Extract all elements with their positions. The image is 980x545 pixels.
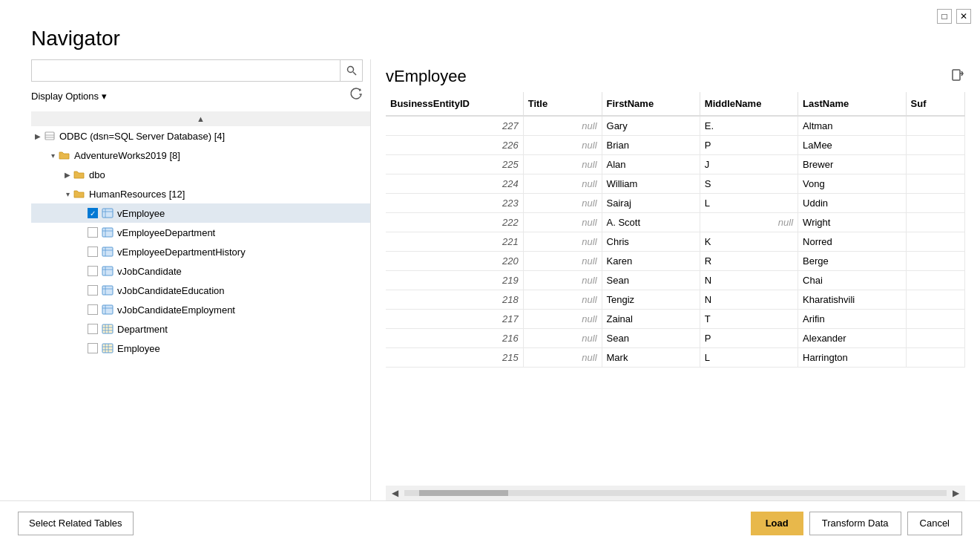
tree-label-humanresources: HumanResources [12]: [89, 189, 185, 200]
cell-middlename: R: [700, 252, 798, 271]
cell-suf: [906, 329, 964, 348]
tree-item-vjobcandidateeducation[interactable]: vJobCandidateEducation: [31, 281, 370, 300]
cell-suf: [906, 348, 964, 368]
tree-toggle-dbo[interactable]: ▶: [62, 169, 73, 180]
transform-data-button[interactable]: Transform Data: [809, 512, 901, 535]
svg-rect-17: [102, 286, 113, 295]
cell-firstname: Sean: [602, 271, 700, 290]
tree-item-vjobcandidate[interactable]: vJobCandidate: [31, 261, 370, 281]
tree-item-dbo[interactable]: ▶dbo: [31, 165, 370, 184]
cell-businessentityid: 225: [386, 155, 523, 174]
cell-firstname: Karen: [602, 252, 700, 271]
cell-businessentityid: 218: [386, 290, 523, 310]
cell-businessentityid: 217: [386, 310, 523, 329]
tree-checkbox-vemployeedepartmenthistory[interactable]: [88, 247, 98, 257]
cell-lastname: Arifin: [798, 310, 907, 329]
tree-toggle-adventureworks[interactable]: ▾: [47, 150, 58, 160]
tree-checkbox-department[interactable]: [88, 324, 98, 334]
search-icon: [346, 65, 357, 76]
tree-item-adventureworks[interactable]: ▾AdventureWorks2019 [8]: [31, 146, 370, 165]
tree-item-vjobcandidateemployment[interactable]: vJobCandidateEmployment: [31, 300, 370, 319]
cell-lastname: Harrington: [798, 348, 907, 368]
hscroll-thumb[interactable]: [419, 490, 508, 496]
tree-scroll-up[interactable]: ▲: [31, 111, 370, 126]
search-button[interactable]: [341, 59, 363, 82]
right-panel: vEmployee BusinessEntityIDTitleFirstName…: [371, 59, 980, 500]
preview-title: vEmployee: [386, 67, 467, 86]
tree-checkbox-vjobcandidate[interactable]: [88, 266, 98, 276]
cell-businessentityid: 223: [386, 194, 523, 213]
minimize-button[interactable]: □: [937, 9, 952, 24]
hscroll-left-button[interactable]: ◀: [389, 488, 401, 498]
tree-checkbox-vjobcandidateeducation[interactable]: [88, 285, 98, 296]
svg-rect-20: [102, 305, 113, 314]
tree-toggle-humanresources[interactable]: ▾: [62, 189, 73, 199]
tree-checkbox-vemployeedepartment[interactable]: [88, 227, 98, 238]
folder-icon: [73, 168, 86, 181]
view-icon: [101, 245, 114, 258]
tree-toggle-odbc[interactable]: ▶: [33, 131, 43, 141]
table-row: 227nullGaryE.Altman: [386, 116, 965, 136]
table-row: 224nullWilliamSVong: [386, 174, 965, 194]
horizontal-scrollbar[interactable]: ◀ ▶: [386, 486, 965, 500]
tree-label-vemployee: vEmployee: [117, 208, 165, 219]
view-icon: [101, 303, 114, 316]
cell-lastname: Brewer: [798, 155, 907, 174]
tree-label-department: Department: [117, 324, 168, 335]
tree-item-employee[interactable]: Employee: [31, 339, 370, 358]
tree-checkbox-employee[interactable]: [88, 343, 98, 353]
hscroll-right-button[interactable]: ▶: [950, 488, 962, 498]
close-button[interactable]: ✕: [956, 9, 971, 24]
cell-middlename: N: [700, 290, 798, 310]
cancel-button[interactable]: Cancel: [907, 512, 962, 535]
content-area: Display Options ▾ ▲ ▶ODBC (dsn=SQL Serve…: [0, 59, 980, 500]
tree-toggle-vemployee: [77, 208, 88, 218]
tree-checkbox-vjobcandidateemployment[interactable]: [88, 304, 98, 315]
tree-item-odbc[interactable]: ▶ODBC (dsn=SQL Server Database) [4]: [31, 126, 370, 146]
display-options-button[interactable]: Display Options ▾: [31, 91, 107, 102]
tree-item-humanresources[interactable]: ▾HumanResources [12]: [31, 184, 370, 203]
tree-label-adventureworks: AdventureWorks2019 [8]: [74, 150, 180, 161]
table-row: 218nullTengizNKharatishvili: [386, 290, 965, 310]
tree-label-odbc: ODBC (dsn=SQL Server Database) [4]: [59, 131, 225, 142]
view-icon: [101, 264, 114, 278]
tree-checkbox-vemployee[interactable]: ✓: [88, 208, 98, 218]
cell-title: null: [523, 213, 602, 232]
cell-middlename: null: [700, 213, 798, 232]
load-button[interactable]: Load: [751, 512, 803, 535]
search-input[interactable]: [31, 59, 341, 82]
cell-businessentityid: 221: [386, 232, 523, 252]
search-row: [31, 59, 370, 82]
refresh-button[interactable]: [349, 88, 363, 104]
tree-toggle-vjobcandidateemployment: [77, 304, 88, 315]
export-icon: [950, 68, 965, 82]
tree-label-vjobcandidateeducation: vJobCandidateEducation: [117, 285, 225, 296]
cell-lastname: Chai: [798, 271, 907, 290]
folder-icon: [58, 149, 71, 162]
tree-label-vjobcandidate: vJobCandidate: [117, 266, 182, 277]
cell-firstname: Sean: [602, 329, 700, 348]
svg-rect-28: [102, 344, 113, 353]
view-icon: [101, 206, 114, 220]
cell-firstname: Tengiz: [602, 290, 700, 310]
cell-title: null: [523, 252, 602, 271]
bottom-right-buttons: Load Transform Data Cancel: [751, 512, 962, 535]
tree-label-dbo: dbo: [89, 169, 105, 180]
cell-title: null: [523, 232, 602, 252]
cell-businessentityid: 227: [386, 116, 523, 136]
table-container: BusinessEntityIDTitleFirstNameMiddleName…: [386, 92, 965, 500]
tree-item-vemployeedepartment[interactable]: vEmployeeDepartment: [31, 223, 370, 242]
tree-item-vemployee[interactable]: ✓vEmployee: [31, 203, 370, 223]
preview-export-button[interactable]: [950, 68, 965, 86]
table-row: 215nullMarkLHarrington: [386, 348, 965, 368]
tree-toggle-employee: [77, 343, 88, 353]
cell-middlename: L: [700, 194, 798, 213]
cell-lastname: Altman: [798, 116, 907, 136]
tree-item-department[interactable]: Department: [31, 319, 370, 339]
select-related-button[interactable]: Select Related Tables: [18, 512, 134, 535]
col-header-firstname: FirstName: [602, 92, 700, 116]
tree-item-vemployeedepartmenthistory[interactable]: vEmployeeDepartmentHistory: [31, 242, 370, 261]
tree-scroll[interactable]: ▶ODBC (dsn=SQL Server Database) [4]▾Adve…: [31, 126, 370, 500]
table-scroll[interactable]: BusinessEntityIDTitleFirstNameMiddleName…: [386, 92, 965, 486]
cell-lastname: LaMee: [798, 136, 907, 155]
